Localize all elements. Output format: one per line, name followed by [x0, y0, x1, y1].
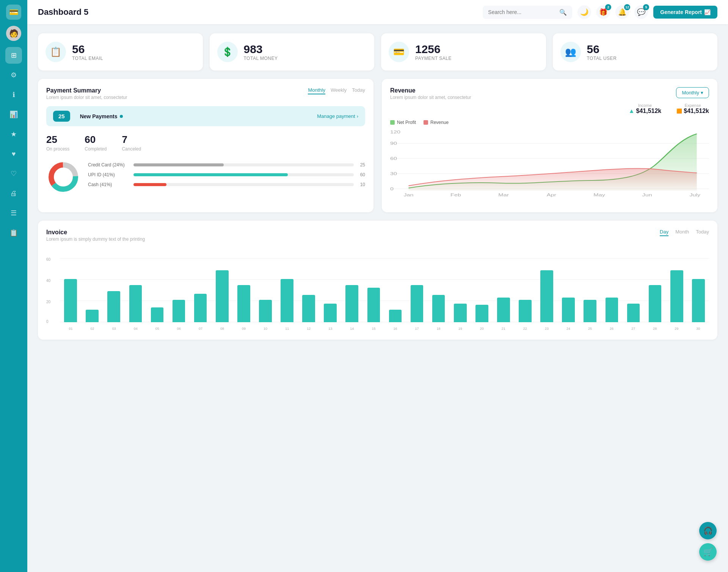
main-content: Dashboard 5 🔍 🌙 🎁 2 🔔 12 💬 5 Gen [27, 0, 728, 572]
payment-icon: 💳 [389, 42, 409, 62]
tab-today[interactable]: Today [352, 87, 365, 94]
method-cash: Cash (41%) 10 [88, 182, 365, 187]
sidebar-item-print[interactable]: 🖨 [5, 185, 22, 202]
stat-card-payment: 💳 1256 PAYMENT SALE [381, 33, 546, 71]
generate-report-button[interactable]: Generate Report 📈 [653, 6, 717, 19]
payment-stats-row: 25 On process 60 Completed 7 Canceled [46, 134, 365, 152]
payment-summary-header: Payment Summary Lorem ipsum dolor sit am… [46, 87, 365, 100]
x-label-28: 28 [644, 327, 666, 331]
gift-button[interactable]: 🎁 2 [596, 5, 610, 19]
headset-icon: 🎧 [703, 526, 713, 535]
upi-bar [133, 173, 288, 176]
sidebar-item-favorites[interactable]: ★ [5, 126, 22, 143]
x-label-03: 03 [103, 327, 125, 331]
invoice-tab-day[interactable]: Day [660, 229, 668, 236]
svg-text:Feb: Feb [450, 193, 461, 197]
revenue-card: Revenue Lorem ipsum dolor sit amet, cons… [382, 79, 717, 212]
svg-text:30: 30 [390, 172, 397, 176]
sidebar-logo[interactable]: 💳 [6, 5, 21, 20]
bar-19 [454, 304, 467, 322]
support-fab[interactable]: 🎧 [699, 522, 717, 539]
bar-18 [432, 295, 445, 322]
sidebar: 💳 🧑 ⊞ ⚙ ℹ 📊 ★ ♥ ♡ 🖨 ☰ 📋 [0, 0, 27, 572]
x-label-15: 15 [363, 327, 384, 331]
stat-canceled: 7 Canceled [122, 134, 141, 152]
generate-report-label: Generate Report [660, 9, 702, 15]
stat-cards-row: 📋 56 TOTAL EMAIL 💲 983 TOTAL MONEY 💳 125… [38, 33, 717, 71]
payment-summary-card: Payment Summary Lorem ipsum dolor sit am… [38, 79, 373, 212]
dark-mode-toggle[interactable]: 🌙 [577, 5, 591, 19]
method-credit-card: Credit Card (24%) 25 [88, 162, 365, 168]
search-icon: 🔍 [559, 9, 567, 16]
x-label-18: 18 [428, 327, 449, 331]
tab-monthly[interactable]: Monthly [308, 87, 325, 94]
moon-icon: 🌙 [580, 8, 588, 16]
user-avatar[interactable]: 🧑 [6, 26, 21, 41]
invoice-tab-month[interactable]: Month [675, 229, 689, 236]
sidebar-item-dashboard[interactable]: ⊞ [5, 47, 22, 64]
upi-bar-bg [133, 173, 354, 176]
legend-net-profit: Net Profit [390, 120, 416, 125]
method-upi: UPI ID (41%) 60 [88, 172, 365, 177]
net-profit-label: Net Profit [397, 120, 416, 125]
payment-summary-title: Payment Summary [46, 87, 127, 94]
search-input[interactable] [488, 9, 556, 15]
bar-28 [649, 285, 662, 322]
email-icon: 📋 [46, 42, 66, 62]
x-label-08: 08 [211, 327, 233, 331]
cash-bar [133, 183, 166, 186]
notification-badge: 12 [624, 4, 630, 10]
notification-button[interactable]: 🔔 12 [615, 5, 629, 19]
search-box[interactable]: 🔍 [483, 6, 572, 19]
sidebar-item-wishlist[interactable]: ♡ [5, 165, 22, 182]
sidebar-item-analytics[interactable]: 📊 [5, 106, 22, 123]
bar-25 [584, 300, 596, 322]
sidebar-item-liked[interactable]: ♥ [5, 146, 22, 162]
tab-weekly[interactable]: Weekly [331, 87, 347, 94]
x-label-02: 02 [82, 327, 103, 331]
bar-17 [411, 285, 424, 322]
invoice-bars [60, 248, 709, 322]
bar-20 [475, 305, 488, 322]
sidebar-item-info[interactable]: ℹ [5, 86, 22, 103]
page-content: 📋 56 TOTAL EMAIL 💲 983 TOTAL MONEY 💳 125… [27, 24, 728, 349]
bar-9 [237, 285, 250, 322]
cart-fab[interactable]: 🛒 [699, 543, 717, 561]
cash-count: 10 [358, 182, 365, 187]
revenue-header: Revenue Lorem ipsum dolor sit amet, cons… [390, 87, 709, 100]
x-label-22: 22 [514, 327, 536, 331]
income-label: Income [629, 103, 662, 108]
x-label-07: 07 [190, 327, 211, 331]
methods-list: Credit Card (24%) 25 UPI ID (41%) 60 [88, 162, 365, 192]
stat-completed: 60 Completed [85, 134, 107, 152]
payment-label: PAYMENT SALE [415, 56, 452, 61]
sidebar-item-settings[interactable]: ⚙ [5, 67, 22, 83]
chat-button[interactable]: 💬 5 [634, 5, 648, 19]
bar-6 [173, 300, 185, 322]
svg-text:0: 0 [390, 187, 394, 191]
bar-30 [692, 279, 705, 322]
bar-11 [281, 279, 293, 322]
revenue-monthly-button[interactable]: Monthly ▾ [676, 87, 709, 98]
header-actions: 🔍 🌙 🎁 2 🔔 12 💬 5 Generate Report 📈 [483, 5, 717, 19]
mid-row: Payment Summary Lorem ipsum dolor sit am… [38, 79, 717, 212]
analytics-icon: 📊 [9, 110, 18, 119]
expense-item: Expense 🟧 $41,512k [676, 103, 709, 114]
page-title: Dashboard 5 [38, 7, 88, 17]
x-label-16: 16 [384, 327, 406, 331]
email-label: TOTAL EMAIL [72, 56, 103, 61]
chevron-down-icon: ▾ [701, 90, 703, 96]
credit-card-count: 25 [358, 162, 365, 168]
new-payments-badge: 25 [53, 111, 70, 122]
bar-26 [606, 298, 618, 322]
sidebar-item-menu[interactable]: ☰ [5, 205, 22, 221]
sidebar-item-list[interactable]: 📋 [5, 224, 22, 241]
bar-29 [670, 270, 683, 322]
bar-5 [151, 307, 164, 322]
bar-13 [324, 304, 337, 322]
invoice-tab-today[interactable]: Today [696, 229, 709, 236]
manage-payment-link[interactable]: Manage payment › [317, 113, 358, 119]
bar-24 [562, 298, 575, 322]
user-label: TOTAL USER [587, 56, 617, 61]
x-label-19: 19 [449, 327, 471, 331]
